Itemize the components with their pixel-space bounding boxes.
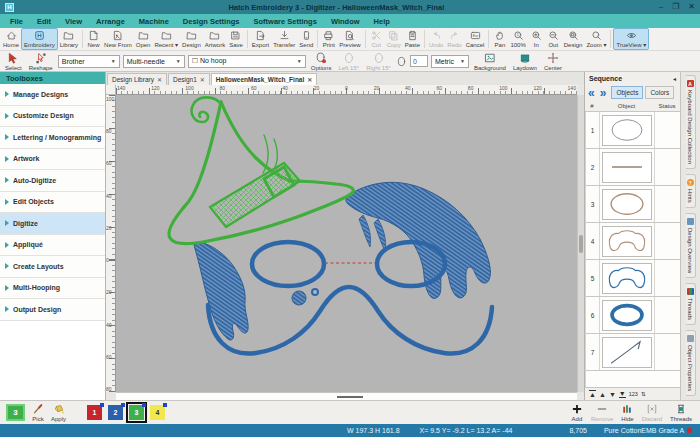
menu-machine[interactable]: Machine [139, 17, 169, 26]
canvas-vertical-scrollbar[interactable] [577, 95, 584, 392]
close-button[interactable]: ✕ [688, 3, 695, 11]
menu-arrange[interactable]: Arrange [96, 17, 125, 26]
zoom-button[interactable]: Zoom ▾ [584, 28, 608, 50]
zoom-100-button[interactable]: 100% [508, 28, 527, 50]
tab-hints[interactable]: ?Hints [686, 174, 696, 208]
close-icon[interactable]: ✕ [157, 76, 162, 83]
toolbox-lettering[interactable]: Lettering / Monogramming [0, 127, 105, 149]
trueview-button[interactable]: TrueView ▾ [613, 28, 649, 50]
needle-select[interactable]: Multi-needle▼ [123, 55, 185, 68]
swatch-3[interactable]: 3 [129, 405, 144, 420]
move-up-button[interactable]: ▲ [599, 391, 606, 398]
menu-window[interactable]: Window [331, 17, 360, 26]
close-icon[interactable]: ✕ [200, 76, 205, 83]
sequence-row[interactable]: 2 [586, 149, 680, 186]
sequence-prev-button[interactable]: « [588, 87, 596, 99]
close-icon[interactable]: ✕ [307, 76, 312, 83]
library-button[interactable]: Library [58, 28, 80, 50]
menu-view[interactable]: View [65, 17, 82, 26]
sequence-row[interactable]: 7 [586, 334, 680, 371]
artwork-open-button[interactable]: Artwork [203, 28, 227, 50]
embroidery-button[interactable]: Embroidery [21, 28, 58, 50]
sequence-row[interactable]: 6 [586, 297, 680, 334]
sequence-row[interactable]: 5 [586, 260, 680, 297]
tab-design-overview[interactable]: Design Overview [686, 213, 696, 278]
sequence-tab-colors[interactable]: Colors [645, 86, 674, 99]
menu-design-settings[interactable]: Design Settings [183, 17, 240, 26]
resequence-button[interactable]: 123 [629, 391, 638, 397]
witch-hat-object[interactable] [169, 97, 353, 243]
new-button[interactable]: New [85, 28, 102, 50]
cancel-button[interactable]: Cancel [464, 28, 487, 50]
zoom-in-button[interactable]: In [528, 28, 545, 50]
select-tool-button[interactable]: Select [3, 52, 24, 71]
toolbox-digitize[interactable]: Digitize [0, 213, 105, 235]
save-button[interactable]: Save [227, 28, 245, 50]
hair-strand-object[interactable] [359, 215, 371, 247]
center-button[interactable]: Center [542, 52, 564, 71]
swatch-2[interactable]: 2 [108, 405, 123, 420]
scroll-indicator[interactable] [337, 396, 363, 398]
toolbox-create-layouts[interactable]: Create Layouts [0, 256, 105, 278]
move-to-start-button[interactable]: ▲ [589, 390, 596, 398]
toolbox-manage-designs[interactable]: Manage Designs [0, 84, 105, 106]
mask-outline-object[interactable] [208, 287, 492, 354]
sequence-row[interactable]: 4 [586, 223, 680, 260]
toolbox-auto-digitize[interactable]: Auto-Digitize [0, 170, 105, 192]
reshape-tool-button[interactable]: Reshape [27, 52, 55, 71]
export-button[interactable]: Export [250, 28, 271, 50]
scrollbar-handle[interactable] [579, 235, 583, 253]
small-circle-object[interactable] [292, 291, 306, 305]
tab-threads[interactable]: Threads [686, 283, 696, 325]
sort-icon[interactable]: ⇅ [641, 391, 646, 397]
hoop-options-button[interactable]: Options [309, 52, 334, 71]
menu-file[interactable]: File [10, 17, 23, 26]
paste-button[interactable]: Paste [403, 28, 422, 50]
send-button[interactable]: Send [297, 28, 315, 50]
design-open-button[interactable]: Design [180, 28, 203, 50]
rotate-angle-input[interactable] [410, 55, 428, 67]
minimize-button[interactable]: – [659, 3, 663, 11]
menu-edit[interactable]: Edit [37, 17, 51, 26]
toolbox-artwork[interactable]: Artwork [0, 149, 105, 171]
menu-software-settings[interactable]: Software Settings [254, 17, 317, 26]
add-color-button[interactable]: Add [571, 403, 583, 422]
zoom-design-button[interactable]: Design [562, 28, 585, 50]
left-eye-object[interactable] [252, 242, 324, 286]
tab-object-properties[interactable]: Object Properties [686, 330, 696, 396]
maximize-button[interactable]: ❐ [672, 3, 679, 11]
toolbox-output-design[interactable]: Output Design [0, 299, 105, 321]
units-select[interactable]: Metric▼ [431, 55, 469, 68]
toolbox-customize-design[interactable]: Customize Design [0, 106, 105, 128]
swatch-1[interactable]: 1 [87, 405, 102, 420]
sequence-tab-objects[interactable]: Objects [611, 86, 643, 99]
print-button[interactable]: Print [320, 28, 337, 50]
sequence-row[interactable]: 1 [586, 112, 680, 149]
apply-color-button[interactable]: Apply [51, 403, 66, 422]
pan-button[interactable]: Pan [491, 28, 508, 50]
sequence-row[interactable]: 3 [586, 186, 680, 223]
move-down-button[interactable]: ▼ [609, 391, 616, 398]
panel-menu-icon[interactable]: ◂ [673, 75, 676, 82]
machine-select[interactable]: Brother▼ [58, 55, 120, 68]
toolbox-applique[interactable]: Appliqué [0, 235, 105, 257]
toolbox-edit-objects[interactable]: Edit Objects [0, 192, 105, 214]
tab-halloweenmask-witch-final[interactable]: HalloweenMask_Witch_Final✕ [211, 73, 317, 85]
tab-keyboard-design-collection[interactable]: AKeyboard Design Collection [686, 75, 696, 169]
sequence-next-button[interactable]: » [600, 87, 608, 99]
hair-left-object[interactable] [194, 243, 248, 340]
tab-design-library[interactable]: Design Library✕ [107, 73, 167, 85]
toolbox-multi-hooping[interactable]: Multi-Hooping [0, 278, 105, 300]
threads-button[interactable]: Threads [670, 403, 692, 422]
pick-color-button[interactable]: Pick [32, 403, 44, 422]
tab-design1[interactable]: Design1✕ [168, 73, 210, 85]
hair-strand-object[interactable] [374, 219, 386, 251]
laydown-button[interactable]: Laydown [511, 52, 539, 71]
open-button[interactable]: Open [134, 28, 153, 50]
hide-colors-button[interactable]: Hide [621, 403, 633, 422]
zoom-out-button[interactable]: Out [545, 28, 562, 50]
hoop-select[interactable]: ☐ No hoop▼ [188, 55, 306, 68]
move-to-end-button[interactable]: ▼ [619, 390, 626, 398]
design-canvas[interactable] [116, 95, 577, 392]
home-button[interactable]: Home [1, 28, 21, 50]
